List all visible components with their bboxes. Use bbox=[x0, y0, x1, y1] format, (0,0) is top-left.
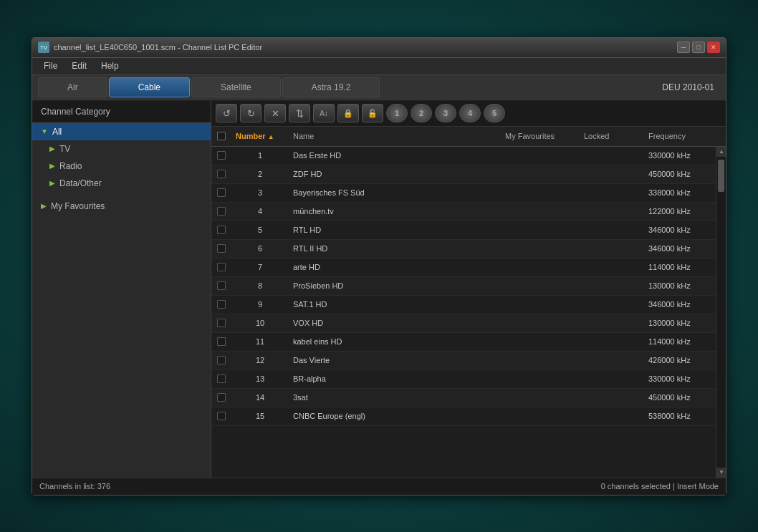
lock-button[interactable]: 🔒 bbox=[337, 104, 359, 122]
sidebar-item-tv-label: TV bbox=[59, 144, 70, 154]
table-row[interactable]: 14 3sat 450000 kHz bbox=[211, 389, 716, 407]
row-checkbox[interactable] bbox=[217, 337, 226, 346]
tab-astra[interactable]: Astra 19.2 bbox=[282, 77, 380, 97]
tab-satellite[interactable]: Satellite bbox=[191, 77, 281, 97]
row-checkbox-cell[interactable] bbox=[211, 170, 231, 178]
sidebar-item-tv[interactable]: ▶ TV bbox=[32, 140, 211, 158]
header-favourites[interactable]: My Favourites bbox=[501, 132, 580, 140]
row-checkbox-cell[interactable] bbox=[211, 412, 231, 420]
row-checkbox-cell[interactable] bbox=[211, 281, 231, 290]
table-row[interactable]: 5 RTL HD 346000 kHz bbox=[211, 221, 716, 240]
fav1-button[interactable]: 1 bbox=[386, 104, 408, 122]
maximize-button[interactable]: □ bbox=[692, 42, 705, 53]
channel-list[interactable]: 1 Das Erste HD 330000 kHz 2 ZDF HD 45000… bbox=[211, 147, 716, 478]
close-button[interactable]: ✕ bbox=[707, 42, 720, 53]
row-checkbox-cell[interactable] bbox=[211, 319, 231, 327]
row-checkbox[interactable] bbox=[217, 356, 226, 364]
sidebar-item-radio[interactable]: ▶ Radio bbox=[32, 158, 211, 175]
row-checkbox-cell[interactable] bbox=[211, 207, 231, 216]
cell-frequency: 346000 kHz bbox=[644, 300, 716, 309]
table-row[interactable]: 7 arte HD 114000 kHz bbox=[211, 258, 716, 277]
cell-number: 7 bbox=[231, 263, 289, 271]
cell-name: Das Erste HD bbox=[289, 151, 501, 160]
tab-cable[interactable]: Cable bbox=[109, 77, 190, 97]
fav2-button[interactable]: 2 bbox=[411, 104, 432, 122]
cell-name: RTL II HD bbox=[289, 244, 501, 253]
row-checkbox[interactable] bbox=[217, 244, 226, 253]
row-checkbox[interactable] bbox=[217, 319, 226, 327]
cell-name: 3sat bbox=[289, 393, 501, 402]
fav3-button[interactable]: 3 bbox=[435, 104, 456, 122]
header-number[interactable]: Number ▲ bbox=[231, 132, 289, 140]
row-checkbox[interactable] bbox=[217, 151, 226, 160]
table-row[interactable]: 8 ProSieben HD 130000 kHz bbox=[211, 277, 716, 296]
header-locked[interactable]: Locked bbox=[580, 132, 644, 140]
table-row[interactable]: 12 Das Vierte 426000 kHz bbox=[211, 352, 716, 370]
channel-panel: ↺ ↻ ✕ ⇅ A↕ 🔒 🔓 1 2 3 4 5 Number bbox=[211, 101, 726, 478]
row-checkbox-cell[interactable] bbox=[211, 244, 231, 253]
row-checkbox[interactable] bbox=[217, 300, 226, 309]
sidebar-item-radio-label: Radio bbox=[59, 161, 82, 171]
scroll-up-button[interactable]: ▲ bbox=[716, 147, 726, 157]
row-checkbox[interactable] bbox=[217, 207, 226, 216]
cell-frequency: 538000 kHz bbox=[644, 412, 716, 420]
table-row[interactable]: 11 kabel eins HD 114000 kHz bbox=[211, 333, 716, 352]
move-button[interactable]: ⇅ bbox=[289, 104, 310, 122]
scroll-down-button[interactable]: ▼ bbox=[716, 468, 726, 478]
undo-button[interactable]: ↺ bbox=[216, 104, 237, 122]
menu-edit[interactable]: Edit bbox=[64, 59, 94, 72]
cell-number: 3 bbox=[231, 188, 289, 197]
table-row[interactable]: 4 münchen.tv 122000 kHz bbox=[211, 203, 716, 221]
table-row[interactable]: 9 SAT.1 HD 346000 kHz bbox=[211, 296, 716, 314]
row-checkbox-cell[interactable] bbox=[211, 356, 231, 364]
sort-arrow-icon: ▲ bbox=[268, 133, 274, 140]
row-checkbox[interactable] bbox=[217, 226, 226, 234]
sidebar-item-dataother[interactable]: ▶ Data/Other bbox=[32, 175, 211, 192]
cell-name: SAT.1 HD bbox=[289, 300, 501, 309]
fav4-button[interactable]: 4 bbox=[459, 104, 481, 122]
table-row[interactable]: 6 RTL II HD 346000 kHz bbox=[211, 240, 716, 258]
minimize-button[interactable]: ─ bbox=[677, 42, 690, 53]
table-row[interactable]: 3 Bayerisches FS Süd 338000 kHz bbox=[211, 184, 716, 203]
unlock-button[interactable]: 🔓 bbox=[362, 104, 383, 122]
row-checkbox-cell[interactable] bbox=[211, 337, 231, 346]
row-checkbox[interactable] bbox=[217, 170, 226, 178]
row-checkbox-cell[interactable] bbox=[211, 374, 231, 383]
redo-button[interactable]: ↻ bbox=[240, 104, 262, 122]
row-checkbox-cell[interactable] bbox=[211, 151, 231, 160]
menu-file[interactable]: File bbox=[37, 59, 64, 72]
row-checkbox[interactable] bbox=[217, 281, 226, 290]
scrollbar-thumb[interactable] bbox=[718, 160, 724, 192]
row-checkbox[interactable] bbox=[217, 412, 226, 420]
delete-button[interactable]: ✕ bbox=[264, 104, 286, 122]
menu-help[interactable]: Help bbox=[94, 59, 126, 72]
fav5-button[interactable]: 5 bbox=[484, 104, 505, 122]
table-row[interactable]: 15 CNBC Europe (engl) 538000 kHz bbox=[211, 407, 716, 426]
row-checkbox[interactable] bbox=[217, 188, 226, 197]
header-frequency[interactable]: Frequency bbox=[644, 132, 716, 140]
row-checkbox-cell[interactable] bbox=[211, 263, 231, 271]
table-row[interactable]: 13 BR-alpha 330000 kHz bbox=[211, 370, 716, 389]
row-checkbox[interactable] bbox=[217, 263, 226, 271]
row-checkbox[interactable] bbox=[217, 393, 226, 402]
table-row[interactable]: 2 ZDF HD 450000 kHz bbox=[211, 165, 716, 184]
sidebar-item-myfavourites[interactable]: ▶ My Favourites bbox=[32, 198, 211, 215]
cell-number: 8 bbox=[231, 281, 289, 290]
sort-button[interactable]: A↕ bbox=[313, 104, 335, 122]
row-checkbox-cell[interactable] bbox=[211, 393, 231, 402]
menu-bar: File Edit Help bbox=[32, 58, 726, 75]
row-checkbox-cell[interactable] bbox=[211, 226, 231, 234]
select-all-checkbox[interactable] bbox=[217, 132, 226, 140]
cell-number: 9 bbox=[231, 300, 289, 309]
row-checkbox[interactable] bbox=[217, 374, 226, 383]
header-name[interactable]: Name bbox=[289, 132, 501, 140]
sidebar-item-all[interactable]: ▼ All bbox=[32, 123, 211, 140]
selection-info: 0 channels selected | Insert Mode bbox=[601, 482, 719, 490]
tab-air[interactable]: Air bbox=[38, 77, 107, 97]
header-checkbox-col[interactable] bbox=[211, 132, 231, 140]
row-checkbox-cell[interactable] bbox=[211, 300, 231, 309]
row-checkbox-cell[interactable] bbox=[211, 188, 231, 197]
cell-name: arte HD bbox=[289, 263, 501, 271]
table-row[interactable]: 10 VOX HD 130000 kHz bbox=[211, 314, 716, 333]
table-row[interactable]: 1 Das Erste HD 330000 kHz bbox=[211, 147, 716, 165]
